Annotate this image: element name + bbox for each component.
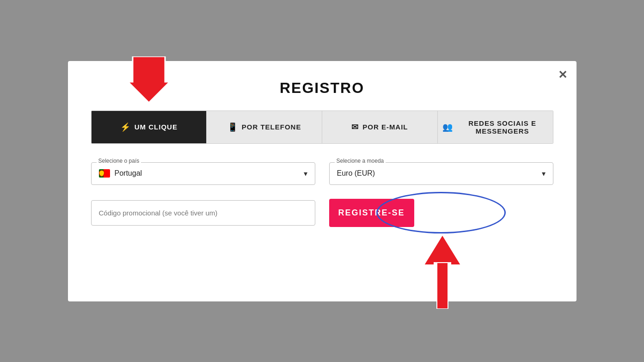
tab-redes-sociais-label: REDES SOCIAIS E MESSENGERS bbox=[457, 119, 548, 135]
email-icon: ✉ bbox=[351, 122, 359, 132]
currency-select[interactable]: Euro (EUR) ▾ bbox=[329, 162, 553, 185]
register-button[interactable]: REGISTRE-SE bbox=[329, 199, 414, 227]
people-icon: 👥 bbox=[442, 122, 453, 132]
tab-por-email[interactable]: ✉ POR E-MAIL bbox=[322, 111, 438, 143]
tab-por-email-label: POR E-MAIL bbox=[362, 123, 408, 131]
registration-tabs: ⚡ UM CLIQUE 📱 POR TELEFONE ✉ POR E-MAIL … bbox=[91, 110, 553, 144]
tab-por-telefone-label: POR TELEFONE bbox=[242, 123, 301, 131]
currency-field: Selecione a moeda Euro (EUR) ▾ bbox=[329, 162, 553, 185]
tab-redes-sociais[interactable]: 👥 REDES SOCIAIS E MESSENGERS bbox=[438, 111, 553, 143]
lightning-icon: ⚡ bbox=[120, 122, 131, 132]
form-row-2: REGISTRE-SE bbox=[91, 199, 553, 227]
annotation-arrow-up bbox=[424, 235, 461, 311]
chevron-down-icon-2: ▾ bbox=[542, 169, 546, 178]
portugal-flag bbox=[99, 169, 110, 178]
form-row-1: Selecione o país Portugal ▾ Selecione a … bbox=[91, 162, 553, 185]
svg-rect-1 bbox=[437, 263, 448, 309]
svg-marker-2 bbox=[424, 235, 461, 265]
tab-um-clique-label: UM CLIQUE bbox=[135, 123, 178, 131]
promo-field bbox=[91, 200, 315, 226]
chevron-down-icon: ▾ bbox=[304, 169, 307, 178]
tab-por-telefone[interactable]: 📱 POR TELEFONE bbox=[207, 111, 322, 143]
svg-marker-0 bbox=[128, 56, 170, 103]
currency-label: Selecione a moeda bbox=[335, 158, 386, 164]
currency-value: Euro (EUR) bbox=[337, 169, 542, 178]
country-label: Selecione o país bbox=[97, 158, 141, 164]
country-value: Portugal bbox=[115, 169, 304, 178]
annotation-arrow-down bbox=[128, 56, 170, 104]
tab-um-clique[interactable]: ⚡ UM CLIQUE bbox=[92, 111, 207, 143]
promo-input[interactable] bbox=[91, 200, 315, 226]
country-select[interactable]: Portugal ▾ bbox=[91, 162, 315, 185]
modal-overlay: ✕ REGISTRO ⚡ UM CLIQUE 📱 POR TELEFONE ✉ … bbox=[0, 0, 644, 362]
phone-icon: 📱 bbox=[227, 122, 238, 132]
register-button-wrapper: REGISTRE-SE bbox=[329, 199, 553, 227]
country-field: Selecione o país Portugal ▾ bbox=[91, 162, 315, 185]
close-button[interactable]: ✕ bbox=[558, 68, 567, 81]
registration-modal: ✕ REGISTRO ⚡ UM CLIQUE 📱 POR TELEFONE ✉ … bbox=[68, 61, 577, 301]
